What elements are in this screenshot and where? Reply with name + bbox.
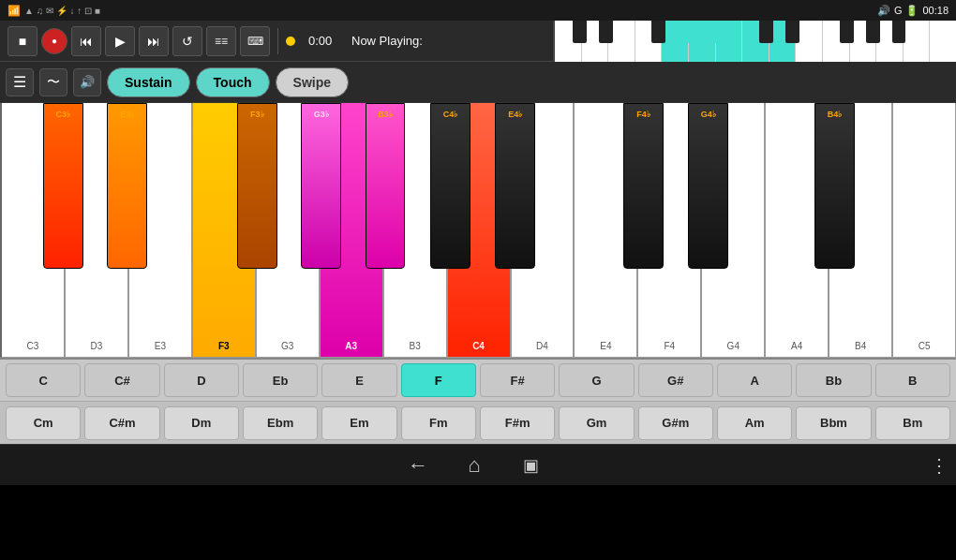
black-key-E4flat[interactable]: E4♭ [495, 103, 535, 269]
status-left-icons: 📶 ▲ ♫ ✉ ⚡ ↓ ↑ ⊡ ■ [7, 5, 100, 17]
swipe-button[interactable]: Swipe [276, 67, 349, 97]
status-dot [286, 37, 295, 46]
notification-icons: ▲ ♫ ✉ ⚡ ↓ ↑ ⊡ ■ [24, 6, 100, 16]
skip-back-button[interactable]: ⏮ [71, 26, 101, 56]
black-key-C3sharp[interactable]: C3♭ [43, 103, 83, 269]
volume-button[interactable]: 🔊 [73, 68, 101, 96]
chord-Fsharp[interactable]: F# [480, 363, 555, 397]
chord-minor-row: Cm C#m Dm Ebm Em Fm F#m Gm G#m Am Bbm Bm [0, 401, 956, 444]
menu-button[interactable]: ☰ [6, 68, 34, 96]
piano-container: C3 D3 E3 F3 G3 A3 B3 C4 D4 [0, 103, 956, 358]
black-key-G3sharp[interactable]: G3♭ [301, 103, 341, 269]
black-key-F3sharp[interactable]: F3♭ [237, 103, 277, 269]
status-bar: 📶 ▲ ♫ ✉ ⚡ ↓ ↑ ⊡ ■ 🔊 G 🔋 00:18 [0, 0, 956, 21]
black-key-B3flat[interactable]: B3♭ [366, 103, 406, 269]
chord-Bm[interactable]: Bm [875, 406, 950, 440]
record-button[interactable]: ● [41, 28, 67, 54]
chord-Fsharp-m[interactable]: F#m [480, 406, 555, 440]
more-options-button[interactable]: ⋮ [930, 454, 949, 477]
status-right-icons: 🔊 G 🔋 00:18 [877, 5, 949, 17]
controls-row: ☰ 〜 🔊 Sustain Touch Swipe [0, 62, 956, 103]
volume-icon: 🔊 [877, 5, 890, 17]
sustain-button[interactable]: Sustain [107, 67, 190, 97]
time-display: 00:18 [922, 5, 949, 16]
black-key-B4flat[interactable]: B4♭ [814, 103, 855, 269]
chord-B[interactable]: B [875, 363, 950, 397]
chord-Ebm[interactable]: Ebm [243, 406, 318, 440]
chord-Fm[interactable]: Fm [401, 406, 476, 440]
carrier-text: G [894, 5, 903, 16]
chord-Bb[interactable]: Bb [796, 363, 871, 397]
home-button[interactable]: ⌂ [446, 449, 502, 482]
mini-keyboard-preview [553, 21, 956, 62]
skip-forward-button[interactable]: ⏭ [139, 26, 169, 56]
black-key-F4sharp[interactable]: F4♭ [623, 103, 664, 269]
chord-E[interactable]: E [321, 363, 396, 397]
chord-Csharp-m[interactable]: C#m [84, 406, 159, 440]
time-start: 0:00 [308, 34, 342, 48]
chord-Bbm[interactable]: Bbm [796, 406, 871, 440]
keyboard-button[interactable]: ⌨ [240, 26, 270, 56]
chord-Gsharp-m[interactable]: G#m [638, 406, 713, 440]
chord-Dm[interactable]: Dm [164, 406, 239, 440]
chord-Em[interactable]: Em [321, 406, 396, 440]
black-key-G4sharp[interactable]: G4♭ [688, 103, 728, 269]
loop-button[interactable]: ↺ [172, 26, 202, 56]
chord-F[interactable]: F [401, 363, 476, 397]
separator [277, 28, 278, 54]
chord-major-row: C C# D Eb E F F# G G# A Bb B [0, 358, 956, 401]
signal-icon: 📶 [7, 5, 21, 17]
chord-Gm[interactable]: Gm [559, 406, 634, 440]
nav-bar: ← ⌂ ▣ ⋮ [0, 444, 956, 485]
back-button[interactable]: ← [390, 449, 446, 482]
battery-icon: 🔋 [905, 5, 919, 17]
touch-button[interactable]: Touch [196, 67, 270, 97]
chord-Csharp[interactable]: C# [84, 363, 159, 397]
black-key-E3flat[interactable]: E3♭ [107, 103, 147, 269]
stop-button[interactable]: ■ [7, 26, 37, 56]
chord-A[interactable]: A [717, 363, 792, 397]
wave-button[interactable]: 〜 [39, 68, 67, 96]
play-button[interactable]: ▶ [105, 26, 135, 56]
chord-G[interactable]: G [559, 363, 634, 397]
black-key-C4sharp[interactable]: C4♭ [430, 103, 471, 269]
chord-Am[interactable]: Am [717, 406, 792, 440]
white-key-C5[interactable]: C5 [892, 103, 956, 358]
chord-Cm[interactable]: Cm [6, 406, 81, 440]
mixer-button[interactable]: ≡≡ [206, 26, 236, 56]
chord-C[interactable]: C [6, 363, 81, 397]
recent-apps-button[interactable]: ▣ [502, 449, 559, 482]
chord-Eb[interactable]: Eb [243, 363, 318, 397]
chord-Gsharp[interactable]: G# [638, 363, 713, 397]
chord-D[interactable]: D [164, 363, 239, 397]
